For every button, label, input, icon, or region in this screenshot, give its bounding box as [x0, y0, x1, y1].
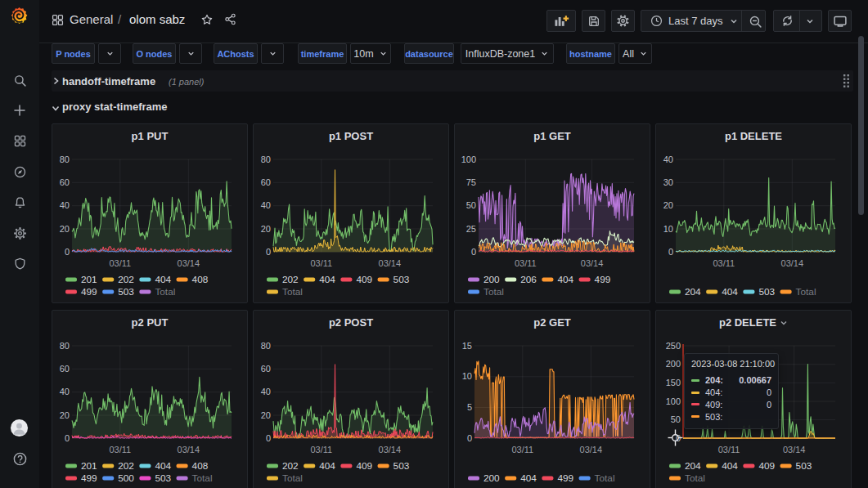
svg-text:03/11: 03/11	[713, 258, 735, 268]
svg-text:Total: Total	[685, 472, 705, 484]
svg-text:404: 404	[155, 274, 171, 285]
svg-text:0: 0	[471, 247, 476, 257]
svg-text:201: 201	[81, 274, 97, 285]
svg-text:30: 30	[663, 177, 673, 187]
svg-text:60: 60	[261, 177, 271, 187]
svg-text:100: 100	[666, 396, 681, 406]
svg-text:03/14: 03/14	[581, 258, 604, 268]
svg-text:Total: Total	[282, 472, 303, 484]
svg-text:80: 80	[261, 341, 271, 351]
svg-text:20: 20	[261, 224, 271, 234]
svg-text:60: 60	[261, 364, 271, 374]
svg-text:03/14: 03/14	[178, 258, 200, 268]
svg-text:204: 204	[685, 460, 701, 472]
svg-text:03/11: 03/11	[310, 445, 332, 454]
svg-text:202: 202	[282, 460, 299, 472]
svg-text:25: 25	[466, 224, 476, 234]
svg-text:0: 0	[266, 433, 271, 443]
svg-text:20: 20	[60, 224, 70, 234]
svg-text:503: 503	[394, 460, 410, 472]
svg-text:404: 404	[520, 472, 537, 484]
svg-text:404: 404	[319, 274, 335, 285]
svg-text:200: 200	[483, 274, 500, 285]
svg-text:40: 40	[261, 200, 271, 210]
svg-text:Total: Total	[796, 286, 816, 298]
svg-text:03/11: 03/11	[515, 258, 537, 268]
svg-text:202: 202	[118, 274, 134, 285]
svg-text:0: 0	[65, 433, 70, 443]
svg-text:409: 409	[758, 460, 775, 472]
svg-text:202: 202	[118, 460, 134, 472]
svg-text:03/14: 03/14	[379, 258, 402, 268]
svg-text:0: 0	[467, 433, 472, 443]
svg-text:503: 503	[394, 274, 410, 285]
svg-text:03/14: 03/14	[178, 445, 200, 454]
svg-text:408: 408	[192, 274, 209, 285]
svg-text:503: 503	[155, 472, 171, 484]
svg-text:15: 15	[462, 341, 472, 351]
svg-text:40: 40	[60, 387, 70, 396]
svg-text:204: 204	[685, 286, 701, 298]
svg-text:40: 40	[60, 200, 70, 210]
svg-text:499: 499	[557, 472, 573, 484]
svg-text:408: 408	[192, 460, 209, 472]
svg-text:409: 409	[356, 460, 372, 472]
svg-text:03/14: 03/14	[379, 445, 402, 454]
svg-text:03/14: 03/14	[781, 258, 804, 268]
svg-text:03/11: 03/11	[109, 445, 131, 454]
svg-text:201: 201	[81, 460, 97, 472]
svg-text:60: 60	[60, 364, 70, 374]
svg-text:503: 503	[796, 460, 812, 472]
svg-text:206: 206	[520, 274, 537, 285]
svg-text:0: 0	[266, 247, 271, 257]
svg-text:503: 503	[758, 286, 775, 298]
svg-text:Total: Total	[483, 286, 504, 298]
svg-text:200: 200	[666, 359, 681, 369]
svg-text:499: 499	[595, 274, 611, 285]
svg-text:200: 200	[483, 472, 500, 484]
svg-text:80: 80	[261, 154, 271, 164]
svg-text:10: 10	[663, 224, 673, 234]
svg-text:03/11: 03/11	[109, 258, 131, 268]
svg-text:50: 50	[671, 414, 681, 424]
svg-text:499: 499	[81, 286, 97, 298]
svg-text:03/11: 03/11	[511, 445, 533, 454]
svg-text:150: 150	[666, 378, 681, 387]
svg-text:50: 50	[466, 200, 476, 210]
svg-text:5: 5	[467, 402, 472, 412]
svg-text:404: 404	[722, 460, 738, 472]
svg-text:Total: Total	[282, 286, 303, 298]
svg-text:499: 499	[81, 472, 97, 484]
svg-text:Total: Total	[155, 286, 175, 298]
svg-text:10: 10	[462, 371, 472, 381]
svg-text:20: 20	[60, 410, 70, 420]
svg-text:404: 404	[155, 460, 171, 472]
svg-text:404: 404	[557, 274, 573, 285]
svg-text:503: 503	[118, 286, 134, 298]
svg-text:202: 202	[282, 274, 299, 285]
svg-text:250: 250	[666, 341, 681, 351]
svg-text:75: 75	[466, 177, 476, 187]
svg-text:100: 100	[461, 154, 476, 164]
svg-text:60: 60	[60, 177, 70, 187]
svg-text:03/11: 03/11	[310, 258, 332, 268]
svg-text:409: 409	[356, 274, 372, 285]
svg-text:20: 20	[663, 200, 673, 210]
svg-text:40: 40	[663, 154, 673, 164]
svg-text:404: 404	[319, 460, 335, 472]
svg-text:20: 20	[261, 410, 271, 420]
svg-text:Total: Total	[192, 472, 213, 484]
svg-text:80: 80	[60, 341, 70, 351]
svg-text:0: 0	[668, 247, 673, 257]
svg-text:0: 0	[65, 247, 70, 257]
svg-text:80: 80	[60, 154, 70, 164]
svg-text:40: 40	[261, 387, 271, 396]
svg-text:03/11: 03/11	[718, 445, 740, 454]
svg-text:Total: Total	[595, 472, 615, 484]
svg-text:03/14: 03/14	[580, 445, 603, 454]
svg-text:404: 404	[722, 286, 738, 298]
svg-text:03/14: 03/14	[783, 445, 806, 454]
svg-text:500: 500	[118, 472, 134, 484]
